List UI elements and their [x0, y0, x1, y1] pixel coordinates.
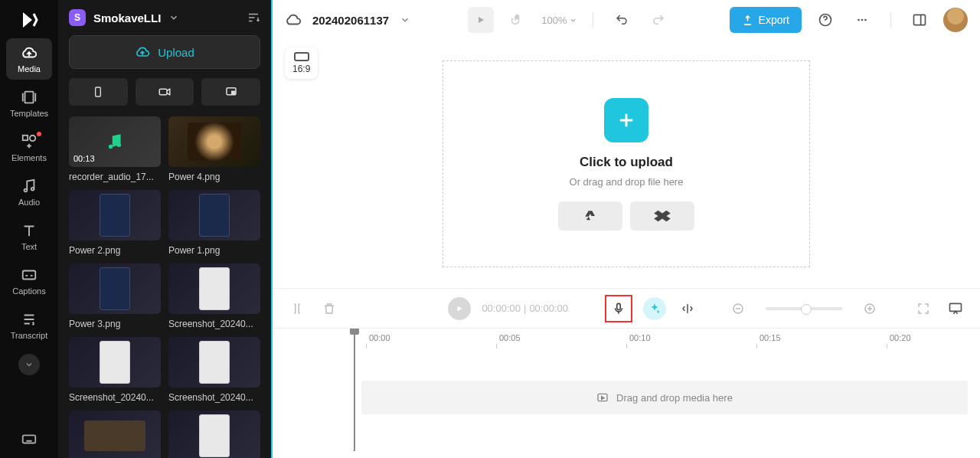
rail-captions[interactable]: Captions: [6, 260, 52, 302]
upload-subtitle: Or drag and drop file here: [570, 176, 684, 188]
svg-point-3: [30, 136, 35, 141]
ruler-tick: 00:20: [890, 333, 911, 342]
fit-button[interactable]: [913, 298, 934, 319]
media-thumbnail: [69, 411, 161, 458]
media-thumbnail: [168, 337, 260, 388]
cut-tool-button[interactable]: [677, 298, 698, 319]
rail-audio[interactable]: Audio: [6, 172, 52, 213]
media-item[interactable]: Power 4.png: [168, 116, 260, 182]
media-item[interactable]: Screenshot_20240...: [168, 263, 260, 329]
export-button[interactable]: Export: [730, 7, 802, 33]
media-label: Screenshot_20240...: [168, 392, 260, 403]
undo-button[interactable]: [609, 7, 635, 33]
svg-point-4: [24, 189, 28, 192]
svg-rect-2: [23, 136, 28, 140]
canvas-area: 16:9 Click to upload Or drag and drop fi…: [273, 40, 980, 288]
timeline[interactable]: 00:0000:0500:1000:1500:20 Drag and drop …: [273, 328, 980, 458]
media-thumbnail: [69, 263, 161, 314]
account-avatar[interactable]: [943, 8, 968, 32]
rail-label: Text: [21, 242, 37, 251]
more-menu-button[interactable]: [849, 7, 875, 33]
transcript-icon: [21, 311, 38, 328]
keyboard-icon[interactable]: [21, 430, 38, 447]
timecode: 00:00:00|00:00:00: [482, 303, 568, 314]
rail-transcript[interactable]: Transcript: [6, 305, 52, 346]
help-button[interactable]: [812, 7, 838, 33]
zoom-slider[interactable]: [766, 307, 842, 310]
present-button[interactable]: [945, 298, 966, 319]
svg-rect-22: [950, 303, 962, 311]
upload-button[interactable]: Upload: [69, 35, 260, 69]
device-camera-button[interactable]: [136, 78, 194, 106]
zoom-out-button[interactable]: [727, 298, 749, 319]
rail-label: Transcript: [11, 331, 48, 340]
cloud-sync-icon[interactable]: [285, 11, 302, 28]
dropbox-button[interactable]: [630, 201, 694, 231]
project-title[interactable]: 202402061137: [312, 14, 389, 27]
google-drive-button[interactable]: [558, 201, 622, 231]
media-item[interactable]: Screenshot_20240...: [69, 337, 161, 403]
svg-rect-7: [23, 435, 36, 443]
media-thumbnail: [168, 190, 260, 240]
device-screen-button[interactable]: [201, 78, 260, 106]
rail-label: Elements: [11, 153, 47, 162]
nav-rail: Media Templates Elements Audio Text Capt…: [0, 0, 58, 458]
ai-tools-button[interactable]: [643, 297, 666, 320]
play-preview-button[interactable]: [468, 7, 494, 33]
media-panel: S SmokaveLLI Upload 00:13recorder_audio_…: [58, 0, 273, 458]
topbar: 202402061137 100% Export: [273, 0, 980, 40]
rail-media[interactable]: Media: [6, 38, 52, 80]
svg-point-17: [864, 19, 867, 21]
time-ruler[interactable]: 00:0000:0500:1000:1500:20: [285, 329, 968, 352]
main-area: 202402061137 100% Export 16:9: [273, 0, 980, 458]
aspect-icon: [294, 52, 309, 61]
media-item[interactable]: [69, 411, 161, 458]
media-item[interactable]: [168, 411, 260, 458]
rail-text[interactable]: Text: [6, 216, 52, 257]
aspect-ratio-button[interactable]: 16:9: [285, 47, 318, 79]
app-logo: [18, 9, 40, 31]
user-avatar[interactable]: S: [69, 9, 86, 26]
media-item[interactable]: Power 1.png: [168, 190, 260, 256]
cloud-icon: [21, 44, 38, 61]
add-media-button[interactable]: [604, 98, 648, 142]
split-tool-button[interactable]: [286, 298, 308, 319]
panel-toggle-button[interactable]: [906, 7, 933, 33]
rail-label: Audio: [18, 198, 40, 207]
chevron-down-icon[interactable]: [400, 15, 410, 25]
voiceover-button[interactable]: [605, 295, 632, 322]
svg-rect-11: [231, 91, 234, 93]
zoom-level[interactable]: 100%: [541, 15, 577, 26]
timeline-dropzone[interactable]: Drag and drop media here: [361, 381, 968, 414]
upload-dropzone[interactable]: Click to upload Or drag and drop file he…: [443, 61, 810, 267]
rail-label: Templates: [10, 109, 48, 118]
device-mobile-button[interactable]: [69, 78, 128, 106]
ruler-tick: 00:10: [629, 333, 651, 342]
hand-tool-button[interactable]: [505, 7, 531, 33]
playhead[interactable]: [354, 329, 355, 451]
username[interactable]: SmokaveLLI: [93, 11, 161, 25]
media-item[interactable]: Power 3.png: [69, 263, 161, 329]
svg-rect-18: [914, 15, 926, 25]
media-item[interactable]: 00:13recorder_audio_17...: [69, 116, 161, 182]
play-button[interactable]: [448, 297, 471, 320]
sort-icon[interactable]: [247, 11, 260, 25]
rail-elements[interactable]: Elements: [6, 127, 52, 168]
redo-button[interactable]: [645, 7, 671, 33]
svg-rect-1: [25, 92, 34, 103]
rail-templates[interactable]: Templates: [6, 83, 52, 124]
media-item[interactable]: Power 2.png: [69, 190, 161, 256]
ruler-tick: 00:05: [499, 333, 521, 342]
svg-point-13: [117, 143, 121, 147]
zoom-in-button[interactable]: [859, 298, 880, 319]
notification-dot: [37, 132, 41, 136]
upload-title: Click to upload: [580, 155, 673, 170]
delete-button[interactable]: [318, 298, 340, 319]
chevron-down-icon[interactable]: [168, 12, 179, 23]
media-item[interactable]: Screenshot_20240...: [168, 337, 260, 403]
upload-label: Upload: [158, 46, 194, 59]
rail-more[interactable]: [18, 354, 40, 375]
media-thumbnail: [69, 337, 161, 388]
ruler-tick: 00:15: [760, 333, 781, 342]
media-label: Screenshot_20240...: [168, 319, 260, 329]
